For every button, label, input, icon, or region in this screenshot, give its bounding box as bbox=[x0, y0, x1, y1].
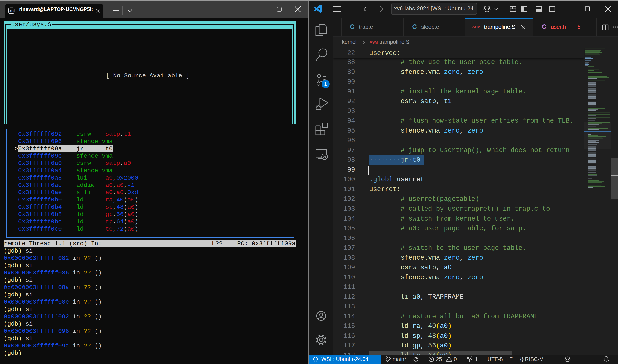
svg-text:c:\: c:\ bbox=[10, 10, 14, 13]
